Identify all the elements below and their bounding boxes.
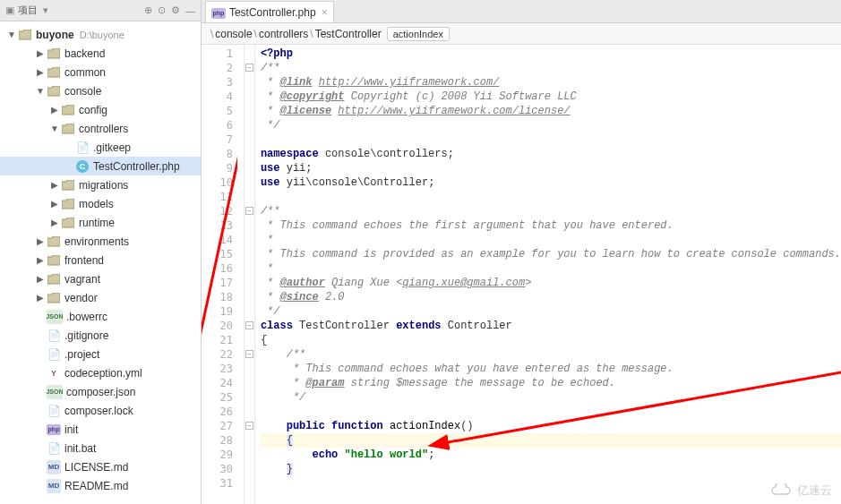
code-line[interactable]: /**	[261, 61, 841, 75]
line-number: 16	[202, 261, 244, 276]
tree-item[interactable]: ▼ controllers	[0, 119, 201, 138]
expand-arrow-icon[interactable]: ▶	[48, 105, 61, 115]
code-line[interactable]: * @license http://www.yiiframework.com/l…	[261, 104, 841, 118]
code-line[interactable]: use yii;	[261, 161, 841, 175]
code-line[interactable]: *	[261, 261, 841, 276]
fold-toggle-icon[interactable]	[245, 422, 253, 430]
tree-item[interactable]: ▶ environments	[0, 232, 201, 251]
tree-item[interactable]: ▶ config	[0, 100, 201, 119]
tree-item[interactable]: MD README.md	[0, 476, 201, 495]
tree-item[interactable]: ▶ migrations	[0, 175, 201, 194]
code-line[interactable]: public function actionIndex()	[261, 419, 841, 433]
code-line[interactable]: echo "hello world";	[261, 448, 841, 462]
code-line[interactable]: * This command echoes what you have ente…	[261, 362, 841, 376]
code-line[interactable]: * This command is provided as an example…	[261, 247, 841, 261]
code-line[interactable]	[261, 132, 841, 147]
fold-toggle-icon[interactable]	[245, 64, 253, 72]
code-editor[interactable]: 1234567891011121314151617181920212223242…	[202, 45, 841, 504]
code-line[interactable]: * @since 2.0	[261, 290, 841, 304]
tree-item[interactable]: 📄 .gitkeep	[0, 138, 201, 157]
code-line[interactable]: /**	[261, 204, 841, 218]
expand-arrow-icon[interactable]: ▶	[34, 255, 47, 265]
code-line[interactable]: *	[261, 233, 841, 247]
tree-item-label: console	[64, 85, 101, 98]
locate-icon[interactable]: ⊙	[158, 4, 166, 16]
tree-item[interactable]: 📄 .gitignore	[0, 326, 201, 345]
expand-arrow-icon[interactable]: ▶	[34, 293, 47, 303]
tree-item[interactable]: php init	[0, 420, 201, 439]
tree-item[interactable]: MD LICENSE.md	[0, 457, 201, 476]
code-line[interactable]: */	[261, 118, 841, 132]
breadcrumb-part[interactable]: console	[215, 28, 252, 40]
expand-arrow-icon[interactable]: ▼	[5, 30, 18, 39]
tree-item[interactable]: ▶ vagrant	[0, 269, 201, 288]
code-content[interactable]: <?php/** * @link http://www.yiiframework…	[255, 45, 841, 504]
tree-root[interactable]: ▼ buyone D:\buyone	[0, 25, 201, 44]
tree-item[interactable]: 📄 .project	[0, 345, 201, 363]
code-line[interactable]: }	[261, 462, 841, 476]
expand-arrow-icon[interactable]: ▶	[48, 218, 61, 227]
breadcrumb[interactable]: \console \controllers \TestController ac…	[202, 23, 841, 45]
code-line[interactable]: */	[261, 304, 841, 319]
hide-icon[interactable]: —	[185, 5, 195, 16]
tree-item[interactable]: 📄 composer.lock	[0, 401, 201, 420]
project-path: D:\buyone	[80, 30, 124, 40]
tree-item[interactable]: ▶ backend	[0, 44, 201, 63]
tree-item[interactable]: ▶ frontend	[0, 251, 201, 269]
tree-item[interactable]: ▶ models	[0, 194, 201, 213]
fold-toggle-icon[interactable]	[245, 321, 253, 329]
code-line[interactable]: * @copyright Copyright (c) 2008 Yii Soft…	[261, 90, 841, 104]
code-line[interactable]: * @link http://www.yiiframework.com/	[261, 75, 841, 90]
expand-arrow-icon[interactable]: ▶	[48, 180, 61, 190]
tree-item[interactable]: Y codeception.yml	[0, 363, 201, 382]
breadcrumb-method[interactable]: actionIndex	[387, 27, 450, 41]
tree-item[interactable]: ▶ vendor	[0, 288, 201, 307]
code-line[interactable]	[261, 190, 841, 204]
tree-item[interactable]: JSON .bowerrc	[0, 307, 201, 326]
line-gutter: 1234567891011121314151617181920212223242…	[202, 45, 245, 504]
code-line[interactable]: {	[261, 333, 841, 347]
tree-item[interactable]: JSON composer.json	[0, 382, 201, 401]
code-line[interactable]: * This command echoes the first argument…	[261, 218, 841, 233]
code-line[interactable]: class TestController extends Controller	[261, 319, 841, 333]
close-tab-icon[interactable]: ×	[322, 6, 328, 19]
code-line[interactable]: /**	[261, 347, 841, 362]
tree-item[interactable]: 📄 init.bat	[0, 439, 201, 457]
tree-item[interactable]: ▶ common	[0, 63, 201, 81]
expand-arrow-icon[interactable]: ▶	[48, 199, 61, 209]
expand-arrow-icon[interactable]: ▶	[34, 48, 47, 58]
tree-item[interactable]: ▶ runtime	[0, 213, 201, 232]
expand-arrow-icon[interactable]: ▶	[34, 274, 47, 284]
expand-arrow-icon[interactable]: ▼	[48, 124, 61, 133]
code-line[interactable]: * @author Qiang Xue <qiang.xue@gmail.com…	[261, 276, 841, 290]
expand-arrow-icon[interactable]: ▶	[34, 67, 47, 77]
collapse-icon[interactable]: ⊕	[144, 4, 152, 16]
tree-item-label: runtime	[79, 217, 115, 229]
tree-item-label: migrations	[79, 179, 128, 192]
line-number: 24	[202, 376, 244, 390]
tree-item[interactable]: C TestController.php	[0, 157, 201, 175]
tree-item-label: composer.lock	[64, 405, 133, 417]
code-line[interactable]	[261, 476, 841, 491]
expand-arrow-icon[interactable]: ▼	[34, 86, 47, 96]
settings-icon[interactable]: ⚙	[171, 4, 180, 16]
project-tree[interactable]: ▼ buyone D:\buyone ▶ backend ▶ common ▼ …	[0, 21, 201, 504]
tree-item-label: .gitignore	[64, 329, 108, 342]
code-line[interactable]: use yii\console\Controller;	[261, 175, 841, 190]
code-line[interactable]: <?php	[261, 47, 841, 61]
editor-tab[interactable]: php TestController.php ×	[205, 1, 334, 22]
code-line[interactable]: namespace console\controllers;	[261, 147, 841, 161]
fold-toggle-icon[interactable]	[245, 207, 253, 215]
expand-arrow-icon[interactable]: ▶	[34, 236, 47, 246]
code-line[interactable]: * @param string $message the message to …	[261, 376, 841, 390]
folder-icon	[18, 28, 32, 42]
code-line[interactable]: {	[261, 433, 841, 448]
breadcrumb-part[interactable]: TestController	[315, 28, 382, 40]
tree-item[interactable]: ▼ console	[0, 81, 201, 100]
sidebar-title: 项目	[18, 4, 38, 17]
code-line[interactable]	[261, 405, 841, 419]
code-line[interactable]: */	[261, 390, 841, 405]
breadcrumb-part[interactable]: controllers	[259, 28, 308, 40]
dropdown-icon[interactable]: ▾	[43, 4, 48, 16]
fold-toggle-icon[interactable]	[245, 350, 253, 358]
